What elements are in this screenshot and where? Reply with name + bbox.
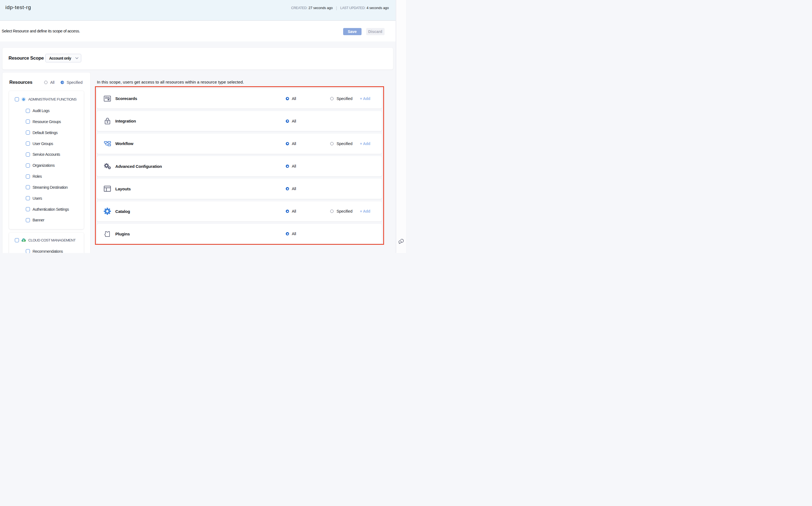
svg-text:$: $ xyxy=(23,239,24,242)
